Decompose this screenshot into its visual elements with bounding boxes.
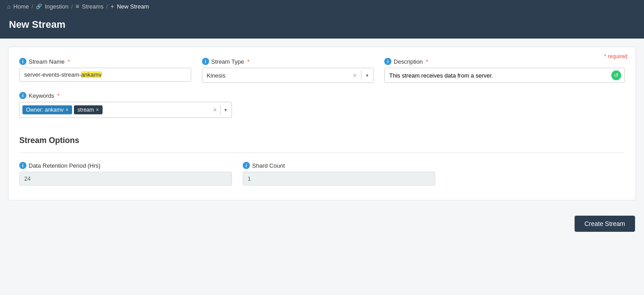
data-retention-input[interactable] [19, 172, 232, 186]
description-wrapper: ↺ [384, 68, 625, 83]
list-icon: ≡ [76, 3, 79, 10]
shard-count-info-icon: i [243, 162, 250, 169]
breadcrumb-streams[interactable]: Streams [82, 3, 103, 10]
refresh-icon[interactable]: ↺ [611, 70, 621, 80]
link-icon: 🔗 [36, 4, 42, 9]
breadcrumb-home[interactable]: Home [13, 3, 29, 10]
description-info-icon: i [384, 58, 391, 65]
stream-options-title: Stream Options [19, 131, 625, 145]
data-retention-info-icon: i [19, 162, 26, 169]
keyword-tag-owner-text: Owner: ankamv [26, 107, 64, 113]
keyword-tag-owner-remove[interactable]: × [65, 107, 69, 113]
stream-type-clear-icon[interactable]: × [351, 71, 358, 80]
page-header: New Stream [0, 13, 644, 39]
description-label: i Description * [384, 58, 625, 65]
main-form-panel: * required i Stream Name * server-events… [8, 47, 636, 200]
stream-type-chevron-icon[interactable]: ▾ [364, 72, 370, 79]
stream-type-group: i Stream Type * Kinesis × ▾ [202, 58, 374, 83]
stream-type-info-icon: i [202, 58, 209, 65]
stream-name-info-icon: i [19, 58, 26, 65]
keyword-tag-stream-text: stream [77, 107, 94, 113]
stream-type-select[interactable]: Kinesis × ▾ [202, 68, 374, 83]
stream-name-label: i Stream Name * [19, 58, 191, 65]
stream-name-highlight: ankamv [81, 71, 102, 78]
form-row-1: i Stream Name * server-events-stream-ank… [19, 58, 625, 83]
breadcrumb-current: New Stream [117, 3, 149, 10]
shard-count-input[interactable] [243, 172, 435, 186]
create-stream-button[interactable]: Create Stream [575, 216, 635, 232]
stream-options-section: Stream Options i Data Retention Period (… [19, 131, 625, 186]
breadcrumb: Home / 🔗 Ingestion / ≡ Streams / + New S… [0, 0, 644, 13]
home-icon [7, 3, 11, 10]
stream-type-label: i Stream Type * [202, 58, 374, 65]
stream-name-prefix: server-events-stream- [24, 71, 81, 78]
description-group: i Description * ↺ [384, 58, 625, 83]
options-row: i Data Retention Period (Hrs) i Shard Co… [19, 162, 625, 186]
keyword-tag-owner: Owner: ankamv × [22, 105, 72, 114]
options-divider [19, 152, 625, 153]
description-input[interactable] [384, 68, 625, 83]
plus-icon: + [111, 3, 114, 10]
keywords-input[interactable]: Owner: ankamv × stream × × ▾ [19, 102, 232, 118]
page-footer: Create Stream [0, 208, 644, 239]
stream-name-group: i Stream Name * server-events-stream-ank… [19, 58, 191, 83]
keyword-tag-stream: stream × [74, 105, 103, 114]
data-retention-group: i Data Retention Period (Hrs) [19, 162, 232, 186]
keywords-chevron-icon[interactable]: ▾ [223, 106, 229, 114]
select-divider [361, 71, 361, 80]
shard-count-label: i Shard Count [243, 162, 435, 169]
required-note: * required [604, 53, 627, 60]
stream-name-input-display[interactable]: server-events-stream-ankamv [19, 68, 191, 82]
data-retention-label: i Data Retention Period (Hrs) [19, 162, 232, 169]
keywords-info-icon: i [19, 92, 26, 99]
keywords-row: i Keywords * Owner: ankamv × stream × × … [19, 92, 625, 118]
keywords-clear-icon[interactable]: × [211, 105, 219, 114]
shard-count-group: i Shard Count [243, 162, 435, 186]
breadcrumb-ingestion[interactable]: Ingestion [45, 3, 69, 10]
stream-type-value: Kinesis [207, 72, 349, 79]
page-title: New Stream [9, 19, 65, 30]
keywords-divider [220, 105, 221, 114]
keywords-label: i Keywords * [19, 92, 625, 99]
keyword-tag-stream-remove[interactable]: × [96, 107, 99, 113]
